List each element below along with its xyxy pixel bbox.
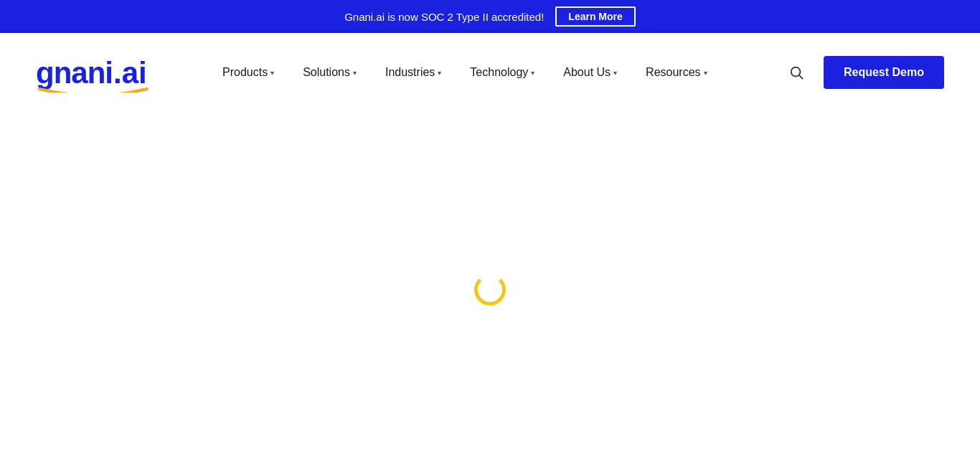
loading-spinner	[474, 274, 506, 306]
learn-more-button[interactable]: Learn More	[555, 6, 635, 27]
spinner-ring	[474, 274, 506, 306]
nav-actions: Request Demo	[783, 56, 944, 89]
svg-text:.ai: .ai	[113, 56, 147, 90]
navbar: gnani .ai Products ▾ Solutions ▾ Industr…	[0, 33, 980, 112]
nav-links: Products ▾ Solutions ▾ Industries ▾ Tech…	[208, 60, 783, 85]
logo-image: gnani .ai	[36, 53, 151, 93]
nav-label-resources: Resources	[646, 66, 700, 79]
nav-item-technology[interactable]: Technology ▾	[456, 60, 549, 85]
search-icon	[788, 65, 804, 80]
chevron-down-icon: ▾	[270, 69, 274, 77]
nav-item-solutions[interactable]: Solutions ▾	[288, 60, 371, 85]
nav-item-products[interactable]: Products ▾	[208, 60, 288, 85]
svg-point-2	[791, 67, 801, 77]
logo[interactable]: gnani .ai	[36, 53, 151, 93]
nav-item-about-us[interactable]: About Us ▾	[549, 60, 631, 85]
chevron-down-icon: ▾	[704, 69, 707, 77]
nav-label-industries: Industries	[385, 66, 435, 79]
request-demo-button[interactable]: Request Demo	[824, 56, 944, 89]
chevron-down-icon: ▾	[531, 69, 534, 77]
search-button[interactable]	[783, 60, 809, 85]
announcement-bar: Gnani.ai is now SOC 2 Type II accredited…	[0, 0, 980, 33]
nav-item-industries[interactable]: Industries ▾	[371, 60, 456, 85]
main-content	[0, 112, 980, 467]
chevron-down-icon: ▾	[438, 69, 441, 77]
logo-svg: gnani .ai	[36, 53, 151, 93]
chevron-down-icon: ▾	[613, 69, 617, 77]
nav-label-solutions: Solutions	[303, 66, 350, 79]
nav-label-products: Products	[222, 66, 268, 79]
nav-item-resources[interactable]: Resources ▾	[631, 60, 721, 85]
svg-text:gnani: gnani	[36, 56, 113, 90]
announcement-text: Gnani.ai is now SOC 2 Type II accredited…	[344, 11, 544, 23]
nav-label-technology: Technology	[470, 66, 528, 79]
svg-line-3	[799, 75, 803, 79]
nav-label-about-us: About Us	[563, 66, 611, 79]
chevron-down-icon: ▾	[353, 69, 357, 77]
